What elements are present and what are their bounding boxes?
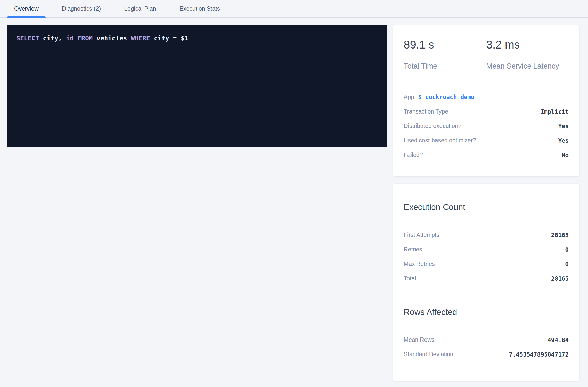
active-tab-indicator — [7, 16, 46, 18]
mean-rows-row: Mean Rows 494.84 — [404, 333, 569, 347]
cost-based-optimizer-row: Used cost-based optimizer? Yes — [404, 133, 569, 148]
tab-bar: Overview Diagnostics (2) Logical Plan Ex… — [0, 0, 588, 18]
tab-logical-plan[interactable]: Logical Plan — [117, 0, 163, 18]
retries-label: Retries — [404, 246, 422, 253]
execution-count-rows: First Attempts 28165 Retries 0 Max Retri… — [404, 228, 569, 286]
retries-row: Retries 0 — [404, 242, 569, 257]
tab-execution-stats[interactable]: Execution Stats — [172, 0, 227, 18]
standard-deviation-row: Standard Deviation 7.453547895847172 — [404, 347, 569, 362]
mean-service-latency-label: Mean Service Latency — [486, 62, 569, 70]
cost-based-optimizer-label: Used cost-based optimizer? — [404, 137, 476, 144]
tab-overview-label: Overview — [14, 5, 39, 12]
max-retries-label: Max Retries — [404, 261, 435, 267]
distributed-execution-value: Yes — [558, 123, 569, 130]
total-time-stat: 89.1 s Total Time — [404, 39, 486, 70]
tab-diagnostics-label: Diagnostics (2) — [62, 5, 101, 12]
mean-service-latency-stat: 3.2 ms Mean Service Latency — [486, 39, 569, 70]
mean-rows-value: 494.84 — [548, 337, 569, 343]
failed-row: Failed? No — [404, 148, 569, 162]
app-row-label: App:$ cockroach demo — [404, 94, 475, 101]
sql-token-keyword: WHERE — [131, 35, 150, 42]
sql-token-keyword: id — [66, 35, 74, 42]
total-value: 28165 — [551, 275, 569, 282]
first-attempts-label: First Attempts — [404, 232, 439, 238]
execution-count-card: Execution Count First Attempts 28165 Ret… — [393, 184, 579, 381]
transaction-type-row: Transaction Type Implicit — [404, 104, 569, 119]
divider — [404, 83, 569, 83]
sql-token-plain: city = $1 — [150, 35, 188, 42]
transaction-type-value: Implicit — [541, 108, 569, 115]
failed-value: No — [562, 152, 569, 158]
rows-affected-title: Rows Affected — [404, 307, 569, 317]
mean-service-latency-value: 3.2 ms — [486, 39, 569, 51]
transaction-type-label: Transaction Type — [404, 108, 448, 115]
sql-token-plain — [74, 35, 77, 42]
stat-columns: 89.1 s Total Time 3.2 ms Mean Service La… — [404, 25, 569, 70]
execution-count-title: Execution Count — [404, 202, 569, 212]
sql-statement: SELECT city, id FROM vehicles WHERE city… — [16, 34, 378, 43]
first-attempts-value: 28165 — [551, 232, 569, 238]
total-label: Total — [404, 275, 416, 282]
sql-token-plain: vehicles — [93, 35, 131, 42]
sql-statement-box: SELECT city, id FROM vehicles WHERE city… — [7, 25, 387, 147]
divider — [404, 288, 569, 288]
tab-execution-stats-label: Execution Stats — [179, 5, 220, 12]
distributed-execution-row: Distributed execution? Yes — [404, 119, 569, 133]
app-link[interactable]: $ cockroach demo — [418, 94, 475, 100]
max-retries-value: 0 — [565, 261, 569, 267]
first-attempts-row: First Attempts 28165 — [404, 228, 569, 242]
mean-rows-label: Mean Rows — [404, 336, 434, 343]
total-time-label: Total Time — [404, 62, 486, 70]
total-time-value: 89.1 s — [404, 39, 486, 51]
rows-affected-rows: Mean Rows 494.84 Standard Deviation 7.45… — [404, 333, 569, 362]
summary-rows: App:$ cockroach demo Transaction Type Im… — [404, 90, 569, 162]
sql-token-keyword: FROM — [77, 35, 93, 42]
sql-token-plain: city, — [39, 35, 66, 42]
standard-deviation-value: 7.453547895847172 — [509, 351, 569, 358]
tab-diagnostics[interactable]: Diagnostics (2) — [55, 0, 108, 18]
distributed-execution-label: Distributed execution? — [404, 123, 462, 130]
total-row: Total 28165 — [404, 271, 569, 286]
max-retries-row: Max Retries 0 — [404, 257, 569, 271]
standard-deviation-label: Standard Deviation — [404, 351, 453, 358]
statement-summary-card: 89.1 s Total Time 3.2 ms Mean Service La… — [393, 25, 579, 176]
retries-value: 0 — [565, 246, 569, 253]
app-row: App:$ cockroach demo — [404, 90, 569, 104]
tab-logical-plan-label: Logical Plan — [124, 5, 156, 12]
failed-label: Failed? — [404, 152, 423, 158]
tab-overview[interactable]: Overview — [7, 0, 46, 18]
cost-based-optimizer-value: Yes — [558, 137, 569, 144]
sql-token-keyword: SELECT — [16, 35, 39, 42]
